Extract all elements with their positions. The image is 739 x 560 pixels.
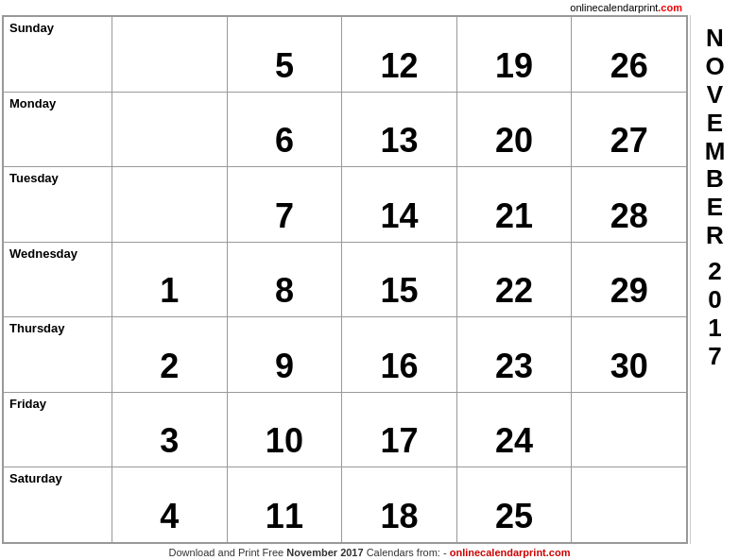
day-cell: 25 <box>457 467 573 543</box>
month-letter: M <box>705 138 726 166</box>
day-cell: 6 <box>228 93 343 168</box>
page-wrapper: onlinecalendarprint.com Sunday5121926Mon… <box>0 0 739 560</box>
main-content: Sunday5121926Monday6132027Tuesday7142128… <box>0 15 739 544</box>
footer-middle: Calendars from: - <box>364 547 450 558</box>
day-cell: 8 <box>228 243 343 318</box>
day-label-wednesday: Wednesday <box>4 243 112 318</box>
day-cell: 15 <box>342 243 457 318</box>
day-cell: 3 <box>112 393 228 468</box>
day-cell: 11 <box>228 467 343 543</box>
day-label-saturday: Saturday <box>4 467 112 543</box>
year-letter: 7 <box>708 343 721 371</box>
month-letter: E <box>707 110 723 138</box>
site-domain: .com <box>658 2 682 13</box>
day-cell: 2 <box>112 317 228 393</box>
day-cell: 29 <box>572 243 687 318</box>
day-label-friday: Friday <box>4 393 112 468</box>
day-cell: 12 <box>342 17 457 93</box>
day-cell: 16 <box>342 317 457 393</box>
day-cell: 9 <box>228 317 343 393</box>
day-cell: 20 <box>457 93 573 168</box>
calendar-area: Sunday5121926Monday6132027Tuesday7142128… <box>2 15 688 544</box>
day-cell: 18 <box>342 467 457 543</box>
month-letter: O <box>705 53 724 81</box>
year-letters: 2017 <box>708 258 721 371</box>
day-cell: 10 <box>228 393 343 468</box>
footer-month-year: November 2017 <box>286 547 363 558</box>
top-bar: onlinecalendarprint.com <box>0 0 739 15</box>
day-cell: 27 <box>572 93 687 168</box>
footer-prefix: Download and Print Free <box>169 547 287 558</box>
month-letter: R <box>706 222 724 250</box>
day-label-sunday: Sunday <box>4 17 112 93</box>
day-cell <box>112 167 228 243</box>
year-letter: 1 <box>708 314 721 343</box>
day-cell: 23 <box>457 317 573 393</box>
day-cell: 30 <box>572 317 687 393</box>
day-cell: 17 <box>342 393 457 468</box>
footer-site: onlinecalendarprint.com <box>450 547 571 558</box>
day-cell: 4 <box>112 467 228 543</box>
day-label-tuesday: Tuesday <box>4 167 112 243</box>
day-cell: 5 <box>228 17 343 93</box>
calendar-grid: Sunday5121926Monday6132027Tuesday7142128… <box>3 16 687 543</box>
day-label-thursday: Thursday <box>4 317 112 393</box>
day-cell: 26 <box>572 17 687 93</box>
day-cell: 7 <box>228 167 343 243</box>
day-label-monday: Monday <box>4 93 112 168</box>
day-cell: 21 <box>457 167 573 243</box>
year-letter: 0 <box>708 286 721 314</box>
day-cell <box>572 467 687 543</box>
day-cell <box>112 93 228 168</box>
month-letter: N <box>706 25 724 53</box>
day-cell: 1 <box>112 243 228 318</box>
month-letter: V <box>707 81 723 110</box>
month-letter: B <box>706 165 724 194</box>
day-cell: 22 <box>457 243 573 318</box>
month-letter: E <box>707 194 723 222</box>
footer: Download and Print Free November 2017 Ca… <box>0 544 739 560</box>
day-cell: 19 <box>457 17 573 93</box>
day-cell <box>112 17 228 93</box>
day-cell: 24 <box>457 393 573 468</box>
day-cell: 13 <box>342 93 457 168</box>
day-cell: 14 <box>342 167 457 243</box>
day-cell <box>572 393 687 468</box>
month-letters: NOVEMBER <box>705 25 726 250</box>
sidebar: NOVEMBER 2017 <box>690 15 739 544</box>
day-cell: 28 <box>572 167 687 243</box>
year-letter: 2 <box>708 258 721 286</box>
site-name-prefix: onlinecalendarprint <box>570 2 658 13</box>
